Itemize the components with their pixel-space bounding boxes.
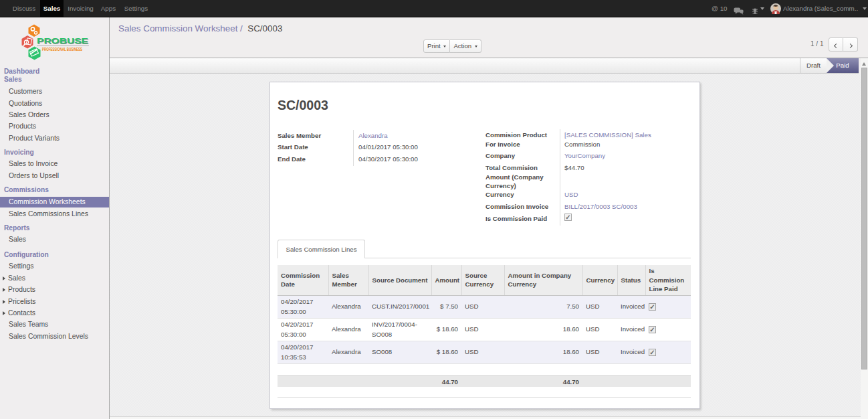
svg-text:PROFESSIONAL BUSINESS: PROFESSIONAL BUSINESS [42,47,82,52]
svg-text:PROBUSE: PROBUSE [37,37,88,45]
